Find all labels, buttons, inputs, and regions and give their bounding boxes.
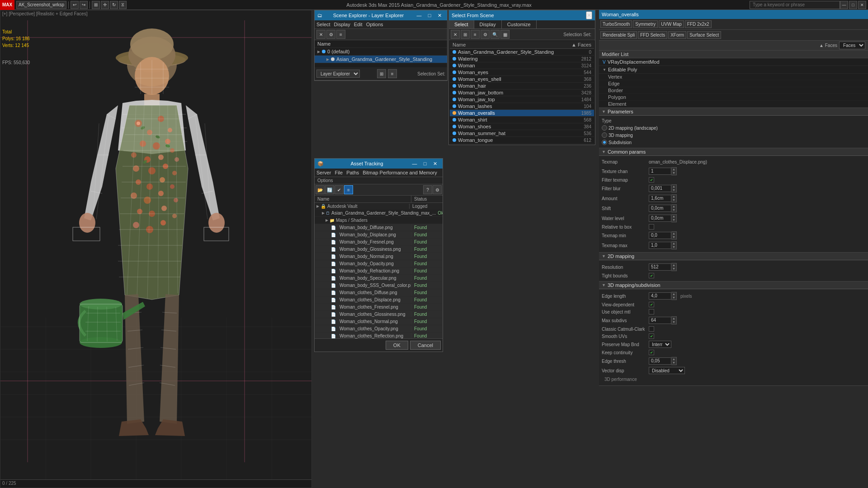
texture-chan-value[interactable]: 1 xyxy=(649,168,671,175)
filter-blur-spinner[interactable]: 0,001 ▲ ▼ xyxy=(649,184,677,192)
params-section-header[interactable]: ▼ Parameters xyxy=(599,108,868,116)
redo-btn[interactable]: ↪ xyxy=(80,1,88,9)
tab-select[interactable]: Select xyxy=(449,20,474,28)
radio-2d-btn[interactable] xyxy=(602,125,607,131)
object-item-1[interactable]: Watering2812 xyxy=(450,56,594,62)
edge-length-value[interactable]: 4,0 xyxy=(649,292,671,300)
water-level-up[interactable]: ▲ xyxy=(671,215,676,218)
edge-thresh-down[interactable]: ▼ xyxy=(671,361,676,365)
common-params-header[interactable]: ▼ Common params xyxy=(599,148,868,156)
shift-value[interactable]: 0,0cm xyxy=(649,205,671,212)
radio-2d[interactable]: 2D mapping (landscape) xyxy=(602,125,658,131)
object-item-2[interactable]: Woman3124 xyxy=(450,62,594,69)
amount-value[interactable]: 1,6cm xyxy=(649,195,671,202)
relative-box-checkbox[interactable] xyxy=(649,224,654,230)
sub-border[interactable]: Border xyxy=(599,87,868,94)
keep-continuity-checkbox[interactable]: ✔ xyxy=(649,350,654,355)
asset-file-list[interactable]: ▶ 🔒 Autodesk Vault Logged ▶ 🗒 Asian_Gran… xyxy=(315,203,443,338)
asset-menu-file[interactable]: File xyxy=(335,169,343,176)
texture-chan-down[interactable]: ▼ xyxy=(671,171,676,175)
asset-file-10[interactable]: 📄Woman_clothes_Displace.pngFound xyxy=(315,296,443,304)
select-btn[interactable]: ⊞ xyxy=(92,1,100,9)
sub-vertex[interactable]: Vertex xyxy=(599,74,868,80)
object-item-9[interactable]: Woman_overalls1985 xyxy=(450,110,594,117)
maps-group[interactable]: ▶ 📁 Maps / Shaders xyxy=(315,217,443,224)
filter-texmap-checkbox[interactable]: ✔ xyxy=(649,177,654,183)
water-level-value[interactable]: 0,0cm xyxy=(649,215,671,222)
resolution-arrows[interactable]: ▲ ▼ xyxy=(671,263,677,271)
asset-close[interactable]: ✕ xyxy=(431,159,440,168)
rotate-btn[interactable]: ↻ xyxy=(110,1,118,9)
edge-length-spinner[interactable]: 4,0 ▲ ▼ xyxy=(649,292,677,300)
asset-file-13[interactable]: 📄Woman_clothes_Normal.pngFound xyxy=(315,318,443,325)
radio-subdiv-btn[interactable] xyxy=(602,140,607,145)
max-subdivs-value[interactable]: 64 xyxy=(649,317,671,324)
asset-maximize[interactable]: □ xyxy=(420,159,429,168)
max-subdivs-up[interactable]: ▲ xyxy=(671,317,676,320)
texmap-max-up[interactable]: ▲ xyxy=(671,242,676,245)
filter-blur-value[interactable]: 0,001 xyxy=(649,185,671,192)
sub-polygon[interactable]: Polygon xyxy=(599,94,868,101)
edge-length-up[interactable]: ▲ xyxy=(671,292,676,296)
view-dependent-checkbox[interactable]: ✔ xyxy=(649,302,654,307)
resolution-up[interactable]: ▲ xyxy=(671,263,676,267)
select-panel-close[interactable]: ✕ xyxy=(586,11,592,19)
max-subdivs-down[interactable]: ▼ xyxy=(671,320,676,324)
asset-minimize[interactable]: — xyxy=(410,159,419,168)
asset-file-4[interactable]: 📄Woman_body_Normal.pngFound xyxy=(315,253,443,260)
object-item-3[interactable]: Woman_eyes544 xyxy=(450,69,594,76)
tab-turbosmooth[interactable]: TurboSmooth xyxy=(600,20,632,28)
resolution-value[interactable]: 512 xyxy=(649,263,671,271)
search-input[interactable] xyxy=(750,1,840,9)
asset-tool-2[interactable]: 🔄 xyxy=(325,185,334,194)
texmap-min-up[interactable]: ▲ xyxy=(671,232,676,235)
asset-file-5[interactable]: 📄Woman_body_Opacity.pngFound xyxy=(315,260,443,267)
amount-down[interactable]: ▼ xyxy=(671,198,676,202)
sub-edge[interactable]: Edge xyxy=(599,80,868,87)
vector-disp-select[interactable]: Disabled xyxy=(649,367,685,374)
bottom-toolbar-btn2[interactable]: ≡ xyxy=(388,69,397,78)
maximize-app[interactable]: □ xyxy=(849,1,857,9)
menu-edit[interactable]: Edit xyxy=(354,21,363,28)
object-item-6[interactable]: Woman_jaw_bottom3428 xyxy=(450,89,594,96)
filter-blur-down[interactable]: ▼ xyxy=(671,188,676,192)
water-level-down[interactable]: ▼ xyxy=(671,218,676,222)
modifier-vray[interactable]: V VRayDisplacementMod xyxy=(599,58,868,66)
minimize-app[interactable]: — xyxy=(840,1,848,9)
texmap-min-arrows[interactable]: ▲ ▼ xyxy=(671,231,677,239)
radio-3d-btn[interactable] xyxy=(602,132,607,138)
asset-file-8[interactable]: 📄Woman_body_SSS_Overal_color.pngFound xyxy=(315,282,443,289)
object-item-10[interactable]: Woman_shirt568 xyxy=(450,117,594,123)
radio-subdiv[interactable]: Subdivision xyxy=(602,140,632,145)
filter-blur-arrows[interactable]: ▲ ▼ xyxy=(671,184,677,192)
water-level-spinner[interactable]: 0,0cm ▲ ▼ xyxy=(649,214,677,222)
texmap-min-down[interactable]: ▼ xyxy=(671,235,676,239)
menu-options[interactable]: Options xyxy=(366,21,383,28)
tight-bounds-checkbox[interactable]: ✔ xyxy=(649,273,654,278)
texmap-max-down[interactable]: ▼ xyxy=(671,245,676,249)
modifier-editable-poly[interactable]: Editable Poly xyxy=(599,66,868,74)
undo-btn[interactable]: ↩ xyxy=(71,1,79,9)
edge-length-arrows[interactable]: ▲ ▼ xyxy=(671,292,677,300)
amount-up[interactable]: ▲ xyxy=(671,195,676,198)
texture-chan-spinner[interactable]: 1 ▲ ▼ xyxy=(649,167,677,175)
tab-surface[interactable]: Surface Select xyxy=(687,31,721,39)
texmap-min-spinner[interactable]: 0,0 ▲ ▼ xyxy=(649,231,677,239)
edge-thresh-arrows[interactable]: ▲ ▼ xyxy=(671,357,677,365)
tab-customize[interactable]: Customize xyxy=(502,20,537,28)
texture-chan-arrows[interactable]: ▲ ▼ xyxy=(671,167,677,175)
tab-symmetry[interactable]: Symmetry xyxy=(633,20,658,28)
radio-3d[interactable]: 3D mapping xyxy=(602,132,633,138)
asset-file-12[interactable]: 📄Woman_clothes_Glossiness.pngFound xyxy=(315,311,443,318)
texmap-max-spinner[interactable]: 1,0 ▲ ▼ xyxy=(649,241,677,249)
asset-tool-1[interactable]: 📂 xyxy=(316,185,325,194)
shift-down[interactable]: ▼ xyxy=(671,208,676,212)
texture-chan-up[interactable]: ▲ xyxy=(671,168,676,171)
asset-tool-help[interactable]: ? xyxy=(423,185,432,194)
file-main[interactable]: ▶ 🗒 Asian_Grandma_Gardener_Style_Standin… xyxy=(315,210,443,217)
close-app[interactable]: ✕ xyxy=(858,1,866,9)
smooth-uvs-checkbox[interactable]: ✔ xyxy=(649,333,654,339)
texmap-min-value[interactable]: 0,0 xyxy=(649,232,671,239)
edge-thresh-up[interactable]: ▲ xyxy=(671,357,676,361)
object-item-0[interactable]: Asian_Grandma_Gardener_Style_Standing0 xyxy=(450,49,594,56)
